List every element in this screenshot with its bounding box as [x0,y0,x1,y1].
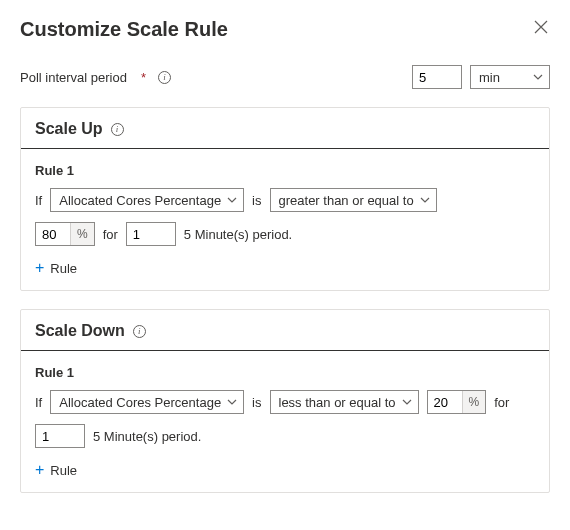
scale-down-period-text: 5 Minute(s) period. [93,429,201,444]
scale-up-threshold-input[interactable] [36,223,70,245]
add-rule-label: Rule [50,261,77,276]
scale-up-card: Scale Up i Rule 1 If Allocated Cores Per… [20,107,550,291]
scale-up-period-count-input[interactable] [126,222,176,246]
scale-up-operator-value: greater than or equal to [279,193,414,208]
scale-up-period-text: 5 Minute(s) period. [184,227,292,242]
chevron-down-icon [227,399,237,405]
chevron-down-icon [420,197,430,203]
poll-interval-value-input[interactable] [412,65,462,89]
scale-up-title: Scale Up [35,120,103,138]
chevron-down-icon [402,399,412,405]
scale-up-threshold-field[interactable]: % [35,222,95,246]
scale-down-threshold-input[interactable] [428,391,462,413]
is-label: is [252,193,261,208]
close-icon[interactable] [532,18,550,39]
scale-down-operator-select[interactable]: less than or equal to [270,390,419,414]
scale-down-rule-label: Rule 1 [35,365,535,380]
chevron-down-icon [533,74,543,80]
poll-interval-label: Poll interval period [20,70,127,85]
add-rule-button[interactable]: + Rule [35,256,77,278]
scale-down-metric-value: Allocated Cores Percentage [59,395,221,410]
scale-down-card: Scale Down i Rule 1 If Allocated Cores P… [20,309,550,493]
plus-icon: + [35,462,44,478]
if-label: If [35,193,42,208]
scale-up-rule-label: Rule 1 [35,163,535,178]
poll-interval-unit-select[interactable]: min [470,65,550,89]
chevron-down-icon [227,197,237,203]
info-icon[interactable]: i [158,71,171,84]
for-label: for [494,395,509,410]
scale-down-metric-select[interactable]: Allocated Cores Percentage [50,390,244,414]
scale-down-period-count-input[interactable] [35,424,85,448]
poll-interval-unit-value: min [479,70,500,85]
scale-down-operator-value: less than or equal to [279,395,396,410]
is-label: is [252,395,261,410]
required-marker: * [141,70,146,85]
for-label: for [103,227,118,242]
add-rule-label: Rule [50,463,77,478]
scale-up-metric-value: Allocated Cores Percentage [59,193,221,208]
scale-down-title: Scale Down [35,322,125,340]
info-icon[interactable]: i [133,325,146,338]
scale-down-threshold-field[interactable]: % [427,390,487,414]
scale-up-operator-select[interactable]: greater than or equal to [270,188,437,212]
scale-up-metric-select[interactable]: Allocated Cores Percentage [50,188,244,212]
percent-unit: % [462,391,486,413]
add-rule-button[interactable]: + Rule [35,458,77,480]
page-title: Customize Scale Rule [20,18,228,41]
info-icon[interactable]: i [111,123,124,136]
plus-icon: + [35,260,44,276]
percent-unit: % [70,223,94,245]
if-label: If [35,395,42,410]
